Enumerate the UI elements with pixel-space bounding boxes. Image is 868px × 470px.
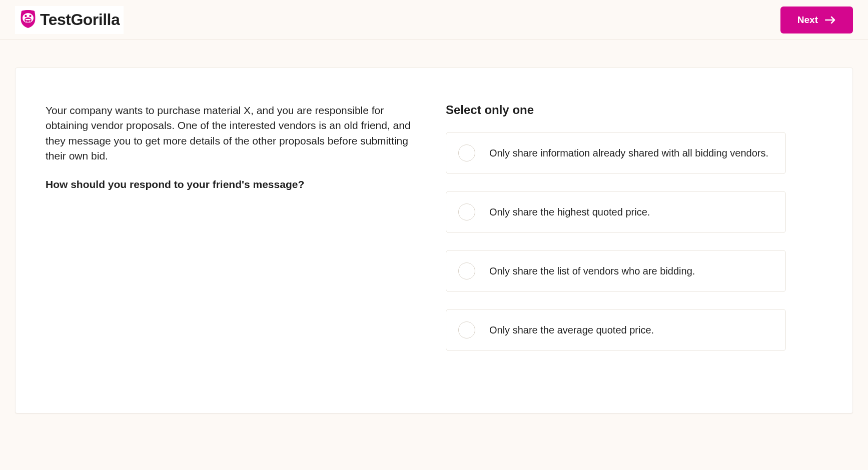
brand-logo: TestGorilla xyxy=(15,6,124,34)
answer-option-0[interactable]: Only share information already shared wi… xyxy=(446,132,786,174)
answers-column: Select only one Only share information a… xyxy=(446,103,786,368)
question-column: Your company wants to purchase material … xyxy=(46,103,416,368)
gorilla-icon xyxy=(19,9,37,31)
answer-label: Only share information already shared wi… xyxy=(489,146,768,160)
answer-label: Only share the average quoted price. xyxy=(489,323,654,337)
svg-point-6 xyxy=(29,20,30,22)
radio-icon xyxy=(458,144,475,162)
svg-rect-4 xyxy=(26,19,31,20)
next-button[interactable]: Next xyxy=(780,6,853,34)
answer-option-2[interactable]: Only share the list of vendors who are b… xyxy=(446,250,786,292)
answers-instruction: Select only one xyxy=(446,103,786,117)
next-button-label: Next xyxy=(797,14,818,26)
radio-icon xyxy=(458,262,475,280)
svg-point-2 xyxy=(29,14,31,16)
question-scenario: Your company wants to purchase material … xyxy=(46,103,416,164)
question-card: Your company wants to purchase material … xyxy=(15,68,853,414)
radio-icon xyxy=(458,204,475,220)
svg-point-5 xyxy=(26,20,27,22)
radio-icon xyxy=(458,322,475,338)
answer-label: Only share the highest quoted price. xyxy=(489,205,650,219)
svg-point-1 xyxy=(25,14,27,16)
arrow-right-icon xyxy=(825,16,836,24)
header-bar: TestGorilla Next xyxy=(0,0,868,40)
brand-name: TestGorilla xyxy=(40,10,120,29)
answer-label: Only share the list of vendors who are b… xyxy=(489,264,695,278)
answer-option-1[interactable]: Only share the highest quoted price. xyxy=(446,191,786,233)
answer-option-3[interactable]: Only share the average quoted price. xyxy=(446,309,786,351)
question-prompt: How should you respond to your friend's … xyxy=(46,177,416,192)
